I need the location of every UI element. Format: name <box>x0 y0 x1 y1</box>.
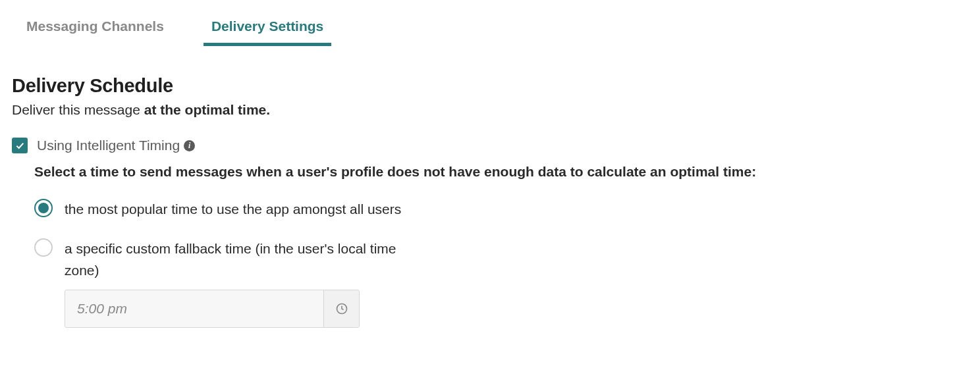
tabs: Messaging Channels Delivery Settings <box>12 13 968 46</box>
info-icon[interactable]: i <box>184 140 195 151</box>
clock-icon <box>335 302 348 315</box>
radio-custom-label: a specific custom fallback time (in the … <box>65 238 433 282</box>
fallback-block: Select a time to send messages when a us… <box>12 164 968 328</box>
fallback-prompt: Select a time to send messages when a us… <box>34 164 968 180</box>
intelligent-timing-label: Using Intelligent Timing i <box>37 138 195 153</box>
intelligent-timing-text: Using Intelligent Timing <box>37 138 180 153</box>
radio-popular[interactable] <box>34 199 53 217</box>
fallback-time-input[interactable] <box>65 290 323 327</box>
radio-custom[interactable] <box>34 238 53 257</box>
intelligent-timing-row: Using Intelligent Timing i <box>12 138 968 153</box>
tab-messaging-channels[interactable]: Messaging Channels <box>18 13 172 46</box>
radio-row-custom: a specific custom fallback time (in the … <box>34 238 968 282</box>
subtitle-bold: at the optimal time. <box>144 102 270 117</box>
radio-row-popular: the most popular time to use the app amo… <box>34 198 968 221</box>
intelligent-timing-checkbox[interactable] <box>12 138 28 153</box>
check-icon <box>14 140 25 151</box>
section-title: Delivery Schedule <box>12 75 968 97</box>
time-picker-button[interactable] <box>323 290 359 327</box>
radio-popular-label: the most popular time to use the app amo… <box>65 198 401 221</box>
subtitle-prefix: Deliver this message <box>12 102 144 117</box>
tab-delivery-settings[interactable]: Delivery Settings <box>204 13 331 46</box>
section-subtitle: Deliver this message at the optimal time… <box>12 102 968 118</box>
time-input-wrap <box>65 290 360 328</box>
